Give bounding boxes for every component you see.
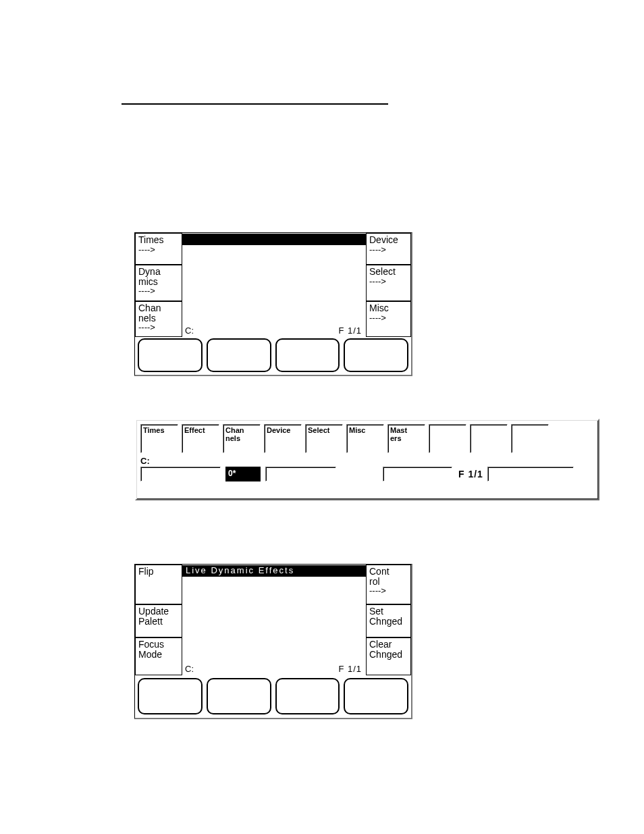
lcd-panel-top: Times ----> Device ----> Dyna mics ----> <box>134 232 412 376</box>
bottom-softkey-4[interactable] <box>344 338 408 372</box>
status-c: C: <box>140 456 594 466</box>
field-2[interactable] <box>265 467 336 481</box>
softkey-label: Set Chnged <box>369 606 402 627</box>
cell-label: Chan nels <box>225 426 244 442</box>
cell-label: Misc <box>349 426 365 434</box>
cell-label: Select <box>308 426 329 434</box>
bottom-softkey-2[interactable] <box>207 678 271 714</box>
strip-cell-select[interactable]: Select <box>305 424 343 453</box>
softkey-channels[interactable]: Chan nels ----> <box>135 301 182 337</box>
arrow-icon: ----> <box>138 323 179 332</box>
softkey-times[interactable]: Times ----> <box>135 233 182 265</box>
field-1[interactable] <box>140 467 221 481</box>
softkey-device[interactable]: Device ----> <box>366 233 411 265</box>
status-f: F 1/1 <box>338 664 362 674</box>
bottom-softkey-3[interactable] <box>275 678 340 714</box>
strip-cell-effect[interactable]: Effect <box>182 424 219 453</box>
status-f: F 1/1 <box>458 469 483 479</box>
status-c: C: <box>185 325 194 336</box>
cell-label: Effect <box>184 426 205 434</box>
arrow-icon: ----> <box>138 245 179 255</box>
arrow-icon: ----> <box>369 313 408 323</box>
strip-cell-times[interactable]: Times <box>140 424 178 453</box>
bottom-softkey-2[interactable] <box>207 338 271 372</box>
strip-cell-empty-1[interactable] <box>429 424 466 453</box>
arrow-icon: ----> <box>369 586 408 596</box>
softkey-label: Misc <box>369 303 389 313</box>
strip-cell-misc[interactable]: Misc <box>346 424 384 453</box>
softkey-label: Chan nels <box>138 303 161 323</box>
arrow-icon: ----> <box>369 245 408 255</box>
field-dark[interactable]: 0* <box>225 467 261 481</box>
field-4[interactable] <box>487 467 574 481</box>
softkey-misc[interactable]: Misc ----> <box>366 301 411 337</box>
bottom-softkey-1[interactable] <box>138 678 203 714</box>
strip-cell-empty-3[interactable] <box>511 424 549 453</box>
softkey-label: Cont rol <box>369 566 390 587</box>
cell-label: Device <box>267 426 290 434</box>
softkey-label: Device <box>369 234 398 245</box>
softkey-label: Dyna mics <box>138 266 161 287</box>
cell-label: Times <box>143 426 165 434</box>
status-f: F 1/1 <box>338 325 362 336</box>
softkey-dynamics[interactable]: Dyna mics ----> <box>135 265 182 301</box>
toolbar-strip: Times Effect Chan nels Device Select Mis… <box>135 419 599 500</box>
strip-cell-device[interactable]: Device <box>264 424 302 453</box>
softkey-flip[interactable]: Flip <box>135 565 182 604</box>
softkey-label: Times <box>138 234 164 245</box>
strip-cell-empty-2[interactable] <box>470 424 508 453</box>
bottom-softkey-1[interactable] <box>138 338 203 372</box>
softkey-label: Focus Mode <box>138 639 164 660</box>
softkey-label: Flip <box>138 566 154 577</box>
arrow-icon: ----> <box>369 277 408 286</box>
cell-label: Mast ers <box>390 426 407 442</box>
softkey-control[interactable]: Cont rol ----> <box>366 565 411 604</box>
softkey-clear-changed[interactable]: Clear Chnged <box>366 637 411 675</box>
horizontal-rule <box>122 103 388 105</box>
panel-titlebar: Live Dynamic Effects <box>182 565 366 577</box>
softkey-label: Select <box>369 266 396 277</box>
field-3[interactable] <box>383 467 452 481</box>
softkey-select[interactable]: Select ----> <box>366 265 411 301</box>
softkey-set-changed[interactable]: Set Chnged <box>366 604 411 637</box>
panel-titlebar <box>182 234 366 245</box>
field-value: 0* <box>228 469 236 478</box>
softkey-update-palett[interactable]: Update Palett <box>135 604 182 637</box>
arrow-icon: ----> <box>138 286 179 296</box>
status-c: C: <box>185 664 194 674</box>
softkey-focus-mode[interactable]: Focus Mode <box>135 637 182 675</box>
strip-cell-masters[interactable]: Mast ers <box>387 424 425 453</box>
bottom-softkey-3[interactable] <box>275 338 340 372</box>
lcd-panel-bottom: Flip Live Dynamic Effects Cont rol ---->… <box>134 564 412 719</box>
softkey-label: Clear Chnged <box>369 639 402 660</box>
softkey-label: Update Palett <box>138 606 169 627</box>
bottom-softkey-4[interactable] <box>344 678 408 714</box>
strip-cell-channels[interactable]: Chan nels <box>223 424 261 453</box>
